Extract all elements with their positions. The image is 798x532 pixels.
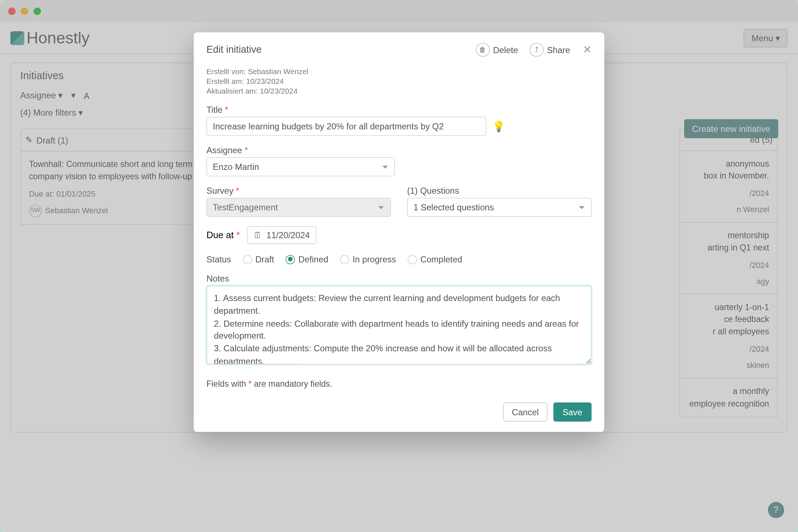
chevron-down-icon: ▾ bbox=[58, 90, 63, 100]
meta-created-by: Erstellt von: Sebastian Wenzel bbox=[206, 67, 592, 76]
notes-textarea[interactable] bbox=[206, 286, 592, 364]
create-initiative-button[interactable]: Create new initiative bbox=[684, 119, 778, 138]
delete-button[interactable]: 🗑 Delete bbox=[476, 43, 518, 56]
status-row: Status Draft Defined In progress Complet… bbox=[206, 254, 592, 264]
modal-header: Edit initiative 🗑 Delete ⤴ Share ✕ bbox=[194, 33, 604, 65]
share-icon: ⤴ bbox=[530, 43, 544, 56]
status-label: Status bbox=[206, 254, 231, 264]
avatar: SW bbox=[29, 205, 42, 217]
initiative-card[interactable]: mentorship arting in Q1 next /2024 agy bbox=[679, 223, 778, 295]
title-input[interactable] bbox=[206, 117, 486, 136]
window-close-dot[interactable] bbox=[8, 7, 16, 15]
logo-text: Honestly bbox=[27, 29, 90, 47]
questions-select[interactable]: 1 Selected questions bbox=[407, 198, 591, 217]
status-inprogress-radio[interactable]: In progress bbox=[340, 254, 396, 264]
filter-generic[interactable]: A bbox=[84, 90, 90, 100]
status-draft-radio[interactable]: Draft bbox=[243, 254, 274, 264]
status-defined-radio[interactable]: Defined bbox=[286, 254, 328, 264]
tools-icon: ✎ bbox=[25, 135, 33, 145]
calendar-icon: 🗓 bbox=[253, 230, 262, 240]
column-completed: ed (5) anonymous box in November. /2024 … bbox=[679, 128, 778, 426]
help-button[interactable]: ? bbox=[768, 502, 784, 518]
title-label: Title * bbox=[206, 105, 592, 115]
edit-initiative-modal: Edit initiative 🗑 Delete ⤴ Share ✕ Erste… bbox=[194, 33, 604, 432]
chevron-down-icon: ▾ bbox=[776, 33, 780, 43]
assignee-select[interactable]: Enzo Martin bbox=[206, 157, 395, 176]
app-window: Honestly Menu ▾ Initiatives Assignee ▾ ▾… bbox=[0, 0, 798, 532]
chevron-down-icon: ▾ bbox=[78, 108, 83, 117]
meta-updated-at: Aktualisiert am: 10/23/2024 bbox=[206, 87, 592, 95]
survey-select: TestEngagement bbox=[206, 198, 391, 217]
lightbulb-icon[interactable]: 💡 bbox=[492, 120, 505, 133]
save-button[interactable]: Save bbox=[553, 403, 592, 422]
menu-button[interactable]: Menu ▾ bbox=[744, 29, 788, 47]
logo-icon bbox=[10, 31, 24, 45]
initiative-card[interactable]: uarterly 1-on-1 ce feedback r all employ… bbox=[679, 295, 778, 378]
brand-logo: Honestly bbox=[10, 29, 90, 47]
meta-created-at: Erstellt am: 10/23/2024 bbox=[206, 77, 592, 86]
modal-body: Erstellt von: Sebastian Wenzel Erstellt … bbox=[194, 65, 604, 396]
chevron-down-icon[interactable]: ▾ bbox=[71, 90, 76, 101]
window-titlebar bbox=[0, 0, 798, 22]
cancel-button[interactable]: Cancel bbox=[503, 403, 548, 422]
share-button[interactable]: ⤴ Share bbox=[530, 43, 570, 56]
modal-actions: 🗑 Delete ⤴ Share ✕ bbox=[476, 43, 592, 56]
close-icon[interactable]: ✕ bbox=[583, 43, 592, 56]
modal-title: Edit initiative bbox=[206, 44, 262, 56]
status-completed-radio[interactable]: Completed bbox=[408, 254, 462, 264]
mandatory-note: Fields with * are mandatory fields. bbox=[206, 379, 592, 389]
initiative-card[interactable]: a monthly employee recognition bbox=[679, 378, 778, 417]
due-label: Due at * bbox=[206, 230, 240, 240]
initiative-card[interactable]: anonymous box in November. /2024 n Wenze… bbox=[679, 151, 778, 223]
filter-assignee[interactable]: Assignee ▾ bbox=[20, 90, 63, 101]
trash-icon: 🗑 bbox=[476, 43, 489, 56]
modal-footer: Cancel Save bbox=[194, 397, 604, 432]
notes-label: Notes bbox=[206, 274, 592, 283]
assignee-label: Assignee * bbox=[206, 145, 592, 155]
survey-label: Survey * bbox=[206, 186, 391, 196]
menu-label: Menu bbox=[751, 33, 773, 43]
due-date-input[interactable]: 🗓 11/20/2024 bbox=[247, 226, 316, 244]
window-zoom-dot[interactable] bbox=[34, 7, 41, 15]
window-minimize-dot[interactable] bbox=[21, 7, 29, 15]
owner-name: Sebastian Wenzel bbox=[45, 205, 108, 216]
questions-label: (1) Questions bbox=[407, 186, 591, 196]
